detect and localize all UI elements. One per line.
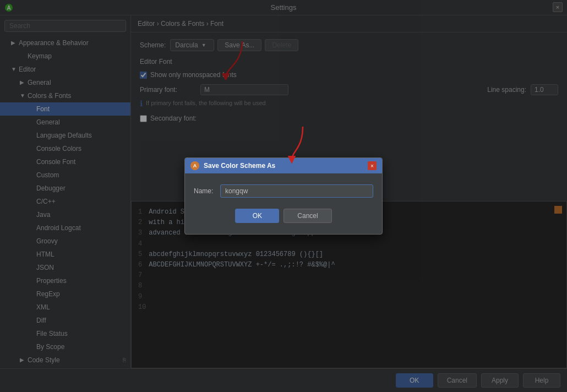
modal-titlebar: A Save Color Scheme As × <box>185 158 382 173</box>
modal-ok-button[interactable]: OK <box>235 209 279 223</box>
modal-name-row: Name: <box>194 184 373 198</box>
color-scheme-icon: A <box>190 161 199 170</box>
modal-close-button[interactable]: × <box>368 161 377 170</box>
modal-body: Name: OK Cancel <box>185 173 382 234</box>
modal-name-input[interactable] <box>220 184 373 198</box>
modal-cancel-button[interactable]: Cancel <box>284 209 331 223</box>
modal-buttons: OK Cancel <box>194 209 373 223</box>
modal-overlay: A Save Color Scheme As × Name: OK Cancel <box>0 0 567 392</box>
modal-title: Save Color Scheme As <box>204 162 275 170</box>
modal-name-label: Name: <box>194 187 216 195</box>
save-color-scheme-dialog: A Save Color Scheme As × Name: OK Cancel <box>184 157 383 235</box>
